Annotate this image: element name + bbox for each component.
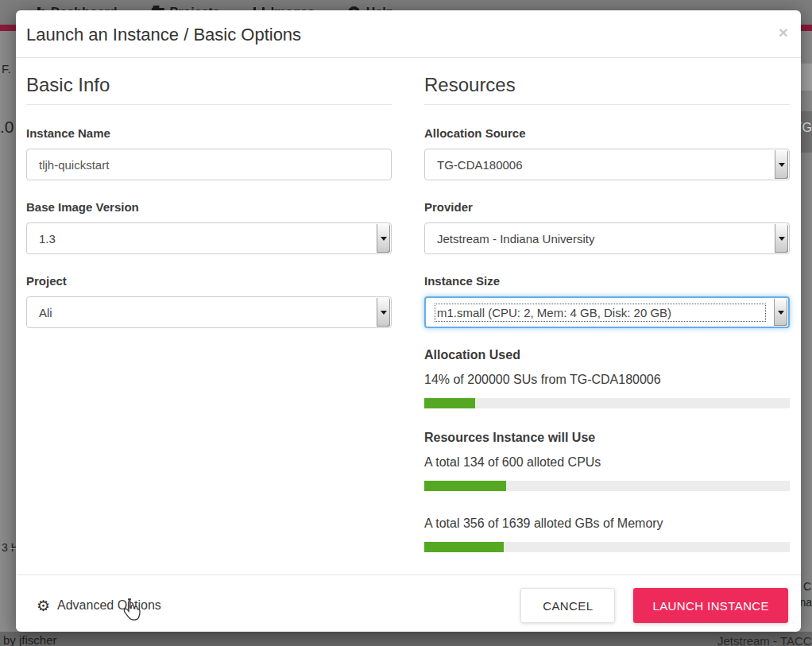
- allocation-used-progressbar: [424, 398, 790, 408]
- instance-size-group: Instance Size m1.small (CPU: 2, Mem: 4 G…: [424, 274, 790, 328]
- cpu-usage-text: A total 134 of 600 alloted CPUs: [424, 455, 790, 470]
- basic-info-column: Basic Info Instance Name Base Image Vers…: [26, 74, 392, 574]
- resources-heading: Resources: [424, 74, 790, 105]
- progress-fill: [424, 542, 504, 552]
- instance-size-select[interactable]: m1.small (CPU: 2, Mem: 4 GB, Disk: 20 GB…: [424, 296, 790, 328]
- memory-usage-text: A total 356 of 1639 alloted GBs of Memor…: [424, 516, 790, 531]
- project-label: Project: [26, 274, 392, 288]
- instance-name-group: Instance Name: [26, 126, 392, 180]
- allocation-used-section: Allocation Used 14% of 200000 SUs from T…: [424, 348, 790, 408]
- allocation-used-text: 14% of 200000 SUs from TG-CDA180006: [424, 373, 790, 387]
- background-text-fragment: .0: [0, 118, 14, 137]
- modal-body: Basic Info Instance Name Base Image Vers…: [16, 58, 801, 574]
- resources-column: Resources Allocation Source TG-CDA180006…: [424, 74, 790, 574]
- project-group: Project Ali: [26, 274, 392, 328]
- launch-instance-button[interactable]: LAUNCH INSTANCE: [633, 588, 788, 623]
- chevron-down-icon: [775, 150, 788, 179]
- chevron-down-icon: [774, 299, 787, 326]
- cancel-button[interactable]: CANCEL: [520, 588, 615, 623]
- resources-use-heading: Resources Instance will Use: [424, 431, 790, 445]
- modal-header: Launch an Instance / Basic Options ×: [16, 10, 801, 58]
- base-image-version-select[interactable]: 1.3: [26, 222, 392, 254]
- basic-info-heading: Basic Info: [26, 74, 392, 105]
- base-image-version-group: Base Image Version 1.3: [26, 200, 392, 254]
- allocation-source-select[interactable]: TG-CDA180006: [424, 149, 790, 180]
- progress-fill: [424, 481, 506, 491]
- background-text-fragment: F.: [2, 62, 11, 75]
- chevron-down-icon: [775, 224, 788, 253]
- base-image-version-label: Base Image Version: [26, 200, 392, 214]
- instance-size-label: Instance Size: [424, 274, 790, 288]
- cpu-usage-progressbar: [424, 481, 790, 491]
- provider-group: Provider Jetstream - Indiana University: [424, 200, 790, 254]
- select-value: Jetstream - Indiana University: [437, 232, 764, 246]
- chevron-down-icon: [377, 224, 390, 253]
- instance-name-input[interactable]: [26, 149, 392, 180]
- gear-icon: ⚙: [37, 598, 50, 613]
- background-text-fragment: na: [799, 596, 812, 609]
- provider-label: Provider: [424, 200, 790, 214]
- allocation-source-group: Allocation Source TG-CDA180006: [424, 126, 790, 180]
- allocation-used-heading: Allocation Used: [424, 348, 790, 362]
- resources-use-section: Resources Instance will Use A total 134 …: [424, 431, 790, 552]
- modal-title: Launch an Instance / Basic Options: [26, 25, 301, 45]
- select-value: m1.small (CPU: 2, Mem: 4 GB, Disk: 20 GB…: [437, 306, 764, 319]
- footer-buttons: CANCEL LAUNCH INSTANCE: [520, 588, 788, 623]
- advanced-options-button[interactable]: ⚙ Advanced Options: [37, 598, 161, 613]
- progress-fill: [424, 398, 475, 408]
- background-text-fragment: C: [803, 580, 811, 593]
- provider-select[interactable]: Jetstream - Indiana University: [424, 222, 790, 254]
- project-select[interactable]: Ali: [26, 296, 392, 328]
- allocation-source-label: Allocation Source: [424, 126, 790, 140]
- launch-instance-modal: Launch an Instance / Basic Options × Bas…: [16, 10, 801, 632]
- background-footer-provider: Jetstream - TACC: [717, 634, 812, 646]
- instance-name-label: Instance Name: [26, 126, 392, 140]
- background-divider: [10, 548, 16, 549]
- select-value: 1.3: [39, 232, 365, 246]
- close-icon[interactable]: ×: [779, 25, 788, 41]
- chevron-down-icon: [377, 298, 390, 327]
- memory-usage-progressbar: [424, 542, 790, 552]
- background-band: [801, 64, 812, 91]
- modal-footer: ⚙ Advanced Options CANCEL LAUNCH INSTANC…: [16, 574, 801, 636]
- select-value: TG-CDA180006: [437, 158, 764, 172]
- select-value: Ali: [39, 306, 365, 319]
- advanced-options-label: Advanced Options: [57, 598, 161, 613]
